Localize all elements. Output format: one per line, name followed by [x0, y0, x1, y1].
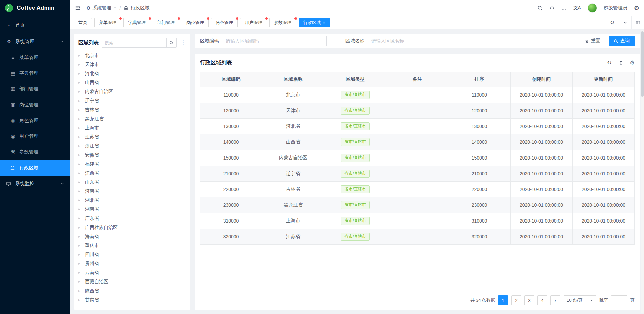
column-settings-icon[interactable]: ⚙ [630, 59, 635, 66]
page-size-select[interactable]: 10 条/页 [564, 295, 596, 305]
breadcrumb-parent[interactable]: ⚙ 系统管理 [86, 5, 117, 11]
expand-arrow-icon[interactable]: ▸ [78, 71, 82, 76]
more-options-icon[interactable]: ⋮ [180, 39, 187, 46]
column-header[interactable]: 区域名称 [262, 72, 324, 87]
tab[interactable]: 参数管理 × [269, 18, 296, 27]
refresh-icon[interactable]: ↻ [606, 16, 619, 29]
expand-arrow-icon[interactable]: ▸ [78, 117, 82, 121]
column-header[interactable]: 排序 [448, 72, 511, 87]
bell-icon[interactable] [549, 5, 555, 11]
settings-gear-icon[interactable]: ⚙ [634, 4, 639, 12]
scrollbar-thumb[interactable] [641, 31, 644, 97]
query-button[interactable]: 查询 [609, 36, 635, 46]
sidebar-item-role-management[interactable]: ◎ 角色管理 [0, 113, 70, 128]
table-row[interactable]: 310000 上海市 省市/直辖市 310000 2020-10-01 00:0… [200, 213, 635, 229]
reset-button[interactable]: 重置 [580, 36, 605, 46]
scrollbar[interactable] [641, 30, 644, 313]
refresh-icon[interactable]: ↻ [607, 59, 612, 66]
user-name[interactable]: 超级管理员 [604, 5, 627, 11]
tree-node[interactable]: ▸ 江西省 [78, 169, 186, 178]
tab[interactable]: 行政区域 × [299, 18, 330, 27]
expand-arrow-icon[interactable]: ▸ [78, 62, 82, 67]
expand-arrow-icon[interactable]: ▸ [78, 153, 82, 157]
expand-arrow-icon[interactable]: ▸ [78, 162, 82, 166]
tree-node[interactable]: ▸ 河北省 [78, 69, 186, 78]
expand-arrow-icon[interactable]: ▸ [78, 80, 82, 85]
expand-arrow-icon[interactable]: ▸ [78, 108, 82, 112]
expand-arrow-icon[interactable]: ▸ [78, 99, 82, 103]
table-row[interactable]: 320000 江苏省 省市/直辖市 320000 2020-10-01 00:0… [200, 229, 635, 245]
translate-icon[interactable]: 文A [573, 5, 581, 11]
table-row[interactable]: 210000 辽宁省 省市/直辖市 210000 2020-10-01 00:0… [200, 166, 635, 182]
region-name-input[interactable] [368, 36, 472, 46]
expand-arrow-icon[interactable]: ▸ [78, 126, 82, 130]
expand-arrow-icon[interactable]: ▸ [78, 243, 82, 248]
tab[interactable]: 菜单管理 × [94, 18, 121, 27]
sidebar-item-param-management[interactable]: ⚒ 参数管理 [0, 144, 70, 160]
sidebar-item-post-management[interactable]: ▣ 岗位管理 [0, 97, 70, 113]
tab[interactable]: 角色管理 × [211, 18, 238, 27]
table-row[interactable]: 130000 河北省 省市/直辖市 130000 2020-10-01 00:0… [200, 119, 635, 134]
expand-arrow-icon[interactable]: ▸ [78, 216, 82, 221]
sidebar-item-user-management[interactable]: ◉ 用户管理 [0, 128, 70, 144]
sidebar-item-system[interactable]: ⚙ 系统管理 [0, 34, 70, 50]
table-row[interactable]: 230000 黑龙江省 省市/直辖市 230000 2020-10-01 00:… [200, 197, 635, 213]
expand-arrow-icon[interactable]: ▸ [78, 225, 82, 230]
expand-arrow-icon[interactable]: ▸ [78, 180, 82, 184]
expand-arrow-icon[interactable]: ▸ [78, 144, 82, 148]
tree-node[interactable]: ▸ 福建省 [78, 160, 186, 169]
tree-node[interactable]: ▸ 甘肃省 [78, 295, 186, 304]
tree-node[interactable]: ▸ 西藏自治区 [78, 277, 186, 286]
tree-node[interactable]: ▸ 贵州省 [78, 259, 186, 268]
tree-node[interactable]: ▸ 浙江省 [78, 141, 186, 150]
table-row[interactable]: 120000 天津市 省市/直辖市 120000 2020-10-01 00:0… [200, 103, 635, 119]
tree-node[interactable]: ▸ 广西壮族自治区 [78, 223, 186, 232]
tab[interactable]: 部门管理 × [153, 18, 179, 27]
search-icon[interactable] [166, 38, 176, 47]
expand-arrow-icon[interactable]: ▸ [78, 261, 82, 266]
table-row[interactable]: 220000 吉林省 省市/直辖市 220000 2020-10-01 00:0… [200, 182, 635, 197]
tree-node[interactable]: ▸ 河南省 [78, 187, 186, 196]
collapse-sidebar-icon[interactable] [75, 5, 81, 11]
tree-node[interactable]: ▸ 陕西省 [78, 286, 186, 295]
tree-node[interactable]: ▸ 安徽省 [78, 150, 186, 160]
next-page-button[interactable]: › [550, 295, 560, 305]
tree-node[interactable]: ▸ 天津市 [78, 60, 186, 69]
expand-arrow-icon[interactable]: ▸ [78, 207, 82, 211]
table-row[interactable]: 140000 山西省 省市/直辖市 140000 2020-10-01 00:0… [200, 134, 635, 150]
table-row[interactable]: 150000 内蒙古自治区 省市/直辖市 150000 2020-10-01 0… [200, 150, 635, 166]
tree-node[interactable]: ▸ 黑龙江省 [78, 114, 186, 123]
tree-node[interactable]: ▸ 吉林省 [78, 105, 186, 114]
page-button[interactable]: 3 [524, 295, 534, 305]
expand-arrow-icon[interactable]: ▸ [78, 270, 82, 275]
expand-arrow-icon[interactable]: ▸ [78, 298, 82, 302]
expand-arrow-icon[interactable]: ▸ [78, 198, 82, 202]
logo[interactable]: Coffee Admin [0, 0, 70, 16]
expand-arrow-icon[interactable]: ▸ [78, 89, 82, 94]
expand-arrow-icon[interactable]: ▸ [78, 234, 82, 239]
column-header[interactable]: 区域类型 [324, 72, 386, 87]
avatar[interactable] [588, 3, 597, 13]
expand-arrow-icon[interactable]: ▸ [78, 171, 82, 175]
tree-node[interactable]: ▸ 北京市 [78, 51, 186, 60]
page-button[interactable]: 4 [537, 295, 547, 305]
tree-node[interactable]: ▸ 辽宁省 [78, 96, 186, 105]
chevron-down-icon[interactable] [619, 16, 631, 29]
tab[interactable]: 字典管理 × [123, 18, 150, 27]
region-code-input[interactable] [222, 36, 327, 46]
tree-node[interactable]: ▸ 云南省 [78, 268, 186, 277]
expand-arrow-icon[interactable]: ▸ [78, 252, 82, 257]
tree-node[interactable]: ▸ 重庆市 [78, 241, 186, 250]
tree-node[interactable]: ▸ 上海市 [78, 123, 186, 132]
fullscreen-icon[interactable] [561, 5, 567, 10]
sidebar-item-menu-management[interactable]: ≡ 菜单管理 [0, 50, 70, 65]
expand-arrow-icon[interactable]: ▸ [78, 135, 82, 139]
tree-node[interactable]: ▸ 四川省 [78, 250, 186, 259]
sidebar-item-dict-management[interactable]: ▤ 字典管理 [0, 65, 70, 81]
tab[interactable]: 岗位管理 × [182, 18, 209, 27]
sidebar-item-monitor[interactable]: 系统监控 [0, 176, 70, 192]
expand-arrow-icon[interactable]: ▸ [78, 279, 82, 284]
column-header[interactable]: 创建时间 [511, 72, 573, 87]
tree-search-input[interactable] [102, 38, 166, 47]
tree-node[interactable]: ▸ 青海省 [78, 304, 186, 306]
